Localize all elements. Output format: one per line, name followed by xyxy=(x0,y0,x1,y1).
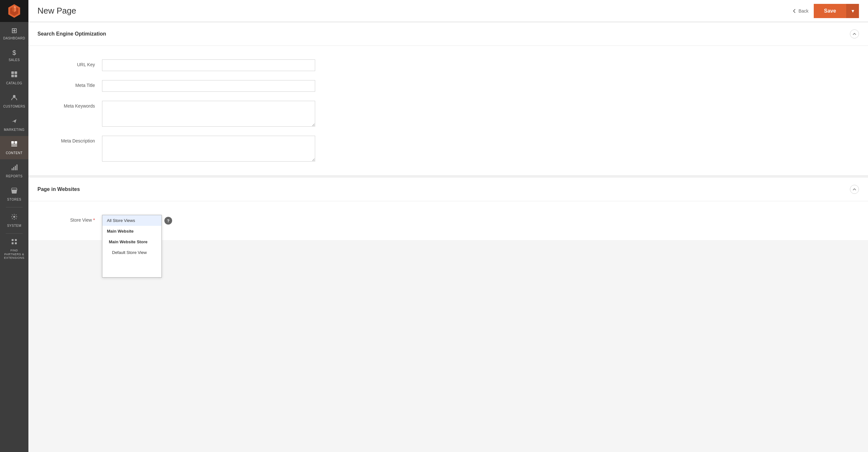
url-key-input[interactable] xyxy=(102,59,315,71)
chevron-up-icon-2 xyxy=(852,187,857,191)
sidebar-item-stores[interactable]: STORES xyxy=(0,183,28,206)
page-title: New Page xyxy=(37,6,76,16)
content-icon xyxy=(11,141,18,150)
sidebar-item-label-stores: STORES xyxy=(7,198,21,201)
chevron-down-icon: ▼ xyxy=(850,8,855,13)
store-view-select-wrapper: All Store Views All Store Views Main Web… xyxy=(102,215,162,227)
svg-rect-3 xyxy=(14,74,17,77)
save-btn-group: Save ▼ xyxy=(814,4,859,18)
seo-section-header[interactable]: Search Engine Optimization xyxy=(28,22,868,46)
sidebar-item-label-customers: CUSTOMERS xyxy=(3,105,25,108)
svg-point-13 xyxy=(13,216,15,218)
url-key-label: URL Key xyxy=(37,59,102,67)
seo-collapse-icon[interactable] xyxy=(850,29,859,38)
sidebar-item-label-partners: FIND PARTNERS & EXTENSIONS xyxy=(3,249,26,260)
websites-collapse-icon[interactable] xyxy=(850,185,859,194)
sidebar: ⊞ DASHBOARD $ SALES CATALOG CUSTOMERS xyxy=(0,0,28,452)
meta-description-row: Meta Description xyxy=(28,131,868,166)
store-view-row: Store View All Store Views All Store Vie… xyxy=(28,210,868,231)
svg-rect-17 xyxy=(15,242,17,244)
sidebar-item-label-sales: SALES xyxy=(9,58,20,62)
websites-form-body: Store View All Store Views All Store Vie… xyxy=(28,201,868,240)
sidebar-logo xyxy=(0,0,28,22)
svg-rect-2 xyxy=(11,74,14,77)
store-view-label: Store View xyxy=(37,215,102,222)
sidebar-item-marketing[interactable]: MARKETING xyxy=(0,113,28,136)
marketing-icon xyxy=(11,117,18,126)
sidebar-item-label-dashboard: DASHBOARD xyxy=(3,36,25,40)
svg-rect-5 xyxy=(11,141,14,144)
system-icon xyxy=(11,213,18,222)
svg-rect-6 xyxy=(14,141,17,144)
chevron-up-icon xyxy=(852,32,857,36)
svg-rect-7 xyxy=(11,144,17,145)
url-key-row: URL Key xyxy=(28,55,868,76)
svg-rect-0 xyxy=(11,71,14,74)
meta-description-input[interactable] xyxy=(102,136,315,161)
svg-rect-16 xyxy=(11,242,13,244)
meta-keywords-input[interactable] xyxy=(102,101,315,127)
sidebar-divider xyxy=(6,207,23,207)
svg-rect-15 xyxy=(15,239,17,241)
meta-keywords-row: Meta Keywords xyxy=(28,96,868,131)
dropdown-option-main-website[interactable]: Main Website xyxy=(102,226,161,237)
sidebar-item-label-system: SYSTEM xyxy=(7,224,21,228)
dashboard-icon: ⊞ xyxy=(11,27,17,35)
svg-rect-11 xyxy=(15,166,16,170)
meta-description-label: Meta Description xyxy=(37,136,102,144)
save-button[interactable]: Save xyxy=(814,4,846,18)
svg-rect-8 xyxy=(11,146,17,146)
sidebar-item-system[interactable]: SYSTEM xyxy=(0,209,28,232)
main-content: New Page Back Save ▼ Search Engine Optim… xyxy=(28,0,868,452)
dropdown-option-main-website-store[interactable]: Main Website Store xyxy=(102,237,161,247)
dropdown-option-all-store-views[interactable]: All Store Views xyxy=(102,215,161,226)
content-area: Search Engine Optimization URL Key Meta … xyxy=(28,22,868,452)
seo-section-title: Search Engine Optimization xyxy=(37,31,106,37)
sales-icon: $ xyxy=(12,49,16,57)
help-icon[interactable]: ? xyxy=(164,217,172,224)
back-arrow-icon xyxy=(792,9,797,13)
sidebar-item-content[interactable]: CONTENT xyxy=(0,136,28,159)
svg-rect-10 xyxy=(13,167,14,170)
sidebar-item-catalog[interactable]: CATALOG xyxy=(0,66,28,90)
store-view-container: All Store Views All Store Views Main Web… xyxy=(102,215,172,227)
reports-icon xyxy=(11,164,18,173)
svg-rect-14 xyxy=(11,239,13,241)
svg-rect-9 xyxy=(11,168,12,170)
back-button[interactable]: Back xyxy=(787,6,814,16)
meta-title-input[interactable] xyxy=(102,80,315,92)
sidebar-item-reports[interactable]: REPORTS xyxy=(0,159,28,183)
sidebar-item-dashboard[interactable]: ⊞ DASHBOARD xyxy=(0,22,28,44)
catalog-icon xyxy=(11,71,18,80)
sidebar-item-customers[interactable]: CUSTOMERS xyxy=(0,90,28,113)
meta-keywords-label: Meta Keywords xyxy=(37,101,102,109)
svg-rect-1 xyxy=(14,71,17,74)
sidebar-item-sales[interactable]: $ SALES xyxy=(0,44,28,66)
websites-section: Page in Websites Store View All Store Vi… xyxy=(28,175,868,240)
partners-icon xyxy=(11,238,18,247)
seo-section: Search Engine Optimization URL Key Meta … xyxy=(28,22,868,175)
dropdown-option-default-store-view[interactable]: Default Store View xyxy=(102,247,161,258)
seo-form-body: URL Key Meta Title Meta Keywords Meta De… xyxy=(28,46,868,175)
websites-section-title: Page in Websites xyxy=(37,186,80,192)
meta-title-label: Meta Title xyxy=(37,80,102,88)
sidebar-item-label-marketing: MARKETING xyxy=(4,128,25,131)
sidebar-item-partners[interactable]: FIND PARTNERS & EXTENSIONS xyxy=(0,235,28,263)
header: New Page Back Save ▼ xyxy=(28,0,868,22)
dropdown-spacer xyxy=(102,258,161,277)
customers-icon xyxy=(11,94,18,103)
websites-section-header[interactable]: Page in Websites xyxy=(28,178,868,201)
sidebar-divider-2 xyxy=(6,233,23,234)
stores-icon xyxy=(11,187,18,196)
store-view-dropdown[interactable]: All Store Views Main Website Main Websit… xyxy=(102,215,162,277)
sidebar-item-label-catalog: CATALOG xyxy=(6,82,22,85)
sidebar-item-label-content: CONTENT xyxy=(6,151,23,155)
back-label: Back xyxy=(799,8,809,13)
header-actions: Back Save ▼ xyxy=(787,4,859,18)
save-dropdown-button[interactable]: ▼ xyxy=(846,4,859,18)
svg-point-4 xyxy=(13,95,16,97)
sidebar-item-label-reports: REPORTS xyxy=(6,175,23,178)
meta-title-row: Meta Title xyxy=(28,76,868,96)
svg-rect-12 xyxy=(17,164,18,170)
